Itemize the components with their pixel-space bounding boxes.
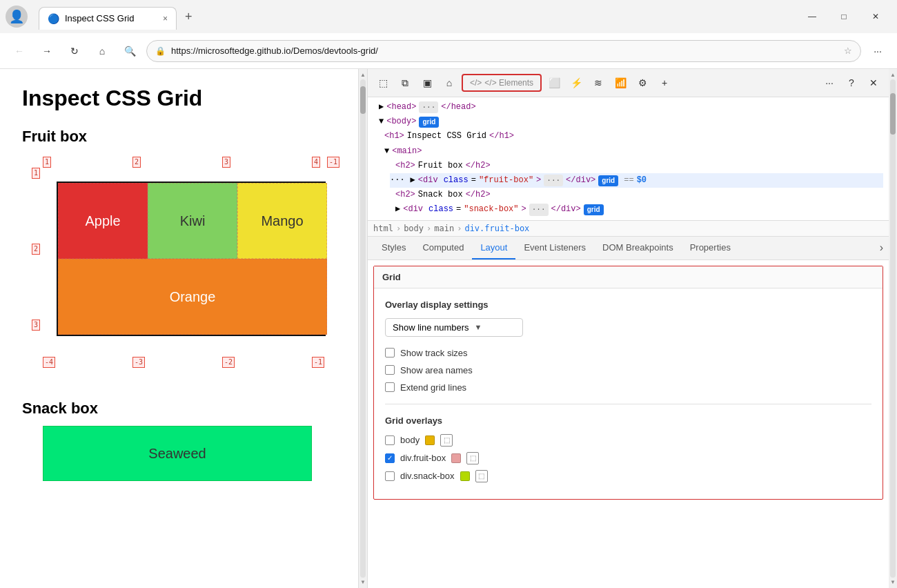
show-area-names-checkbox[interactable] — [385, 365, 395, 375]
snack-box-overlay-checkbox[interactable] — [385, 471, 395, 481]
split-tool[interactable]: ▣ — [417, 73, 437, 92]
network-tool[interactable]: ⚡ — [566, 73, 586, 92]
fruit-box-color-swatch[interactable] — [451, 453, 461, 463]
dom-h1-line[interactable]: <h1> Inspect CSS Grid </h1> — [384, 129, 883, 144]
breadcrumb-main[interactable]: main — [434, 224, 454, 233]
close-button[interactable]: ✕ — [860, 6, 891, 28]
panel-tabs-more[interactable]: › — [880, 242, 883, 254]
devtools-toolbar: ⬚ ⧉ ▣ ⌂ </> </> Elements ⬜ ⚡ ≋ 📶 ⚙ + ··· — [368, 69, 889, 97]
extra-tool[interactable]: ⚙ — [633, 73, 652, 92]
performance-tool[interactable]: ≋ — [589, 73, 608, 92]
fruit-grid-wrapper: 1 2 3 4 1 2 3 -1 -4 -3 -2 -1 Apple — [43, 168, 326, 357]
scroll-down-btn[interactable]: ▼ — [359, 578, 367, 587]
col-num-neg2: -2 — [222, 357, 235, 368]
fruit-box-overlay-label: div.fruit-box — [400, 453, 446, 463]
maximize-button[interactable]: □ — [828, 6, 860, 28]
col-num-2: 2 — [132, 157, 141, 168]
breadcrumb-body[interactable]: body — [404, 224, 424, 233]
breadcrumb-div-fruit[interactable]: div.fruit-box — [464, 224, 529, 233]
show-track-sizes-checkbox[interactable] — [385, 348, 395, 357]
edge-scroll[interactable]: ▲ ▼ — [359, 69, 367, 588]
back-button[interactable]: ← — [8, 40, 30, 62]
console-tool[interactable]: ⬜ — [544, 73, 564, 92]
extend-grid-lines-checkbox[interactable] — [385, 382, 395, 392]
tab-properties[interactable]: Properties — [682, 237, 739, 259]
inspect-tool[interactable]: ⬚ — [373, 73, 393, 92]
webpage-content: Inspect CSS Grid Fruit box 1 2 3 4 1 2 3… — [0, 69, 359, 588]
col-num-neg4: -4 — [43, 357, 55, 368]
main-area: Inspect CSS Grid Fruit box 1 2 3 4 1 2 3… — [0, 69, 897, 588]
device-tool[interactable]: ⧉ — [395, 73, 415, 92]
line-numbers-dropdown[interactable]: Show line numbers ▼ — [385, 318, 523, 337]
tab-title: Inspect CSS Grid — [65, 13, 134, 23]
help-button[interactable]: ? — [842, 73, 861, 92]
home-button[interactable]: ⌂ — [91, 40, 113, 62]
tab-styles[interactable]: Styles — [373, 237, 414, 259]
extend-grid-lines-label: Extend grid lines — [400, 382, 466, 393]
orange-cell: Orange — [58, 259, 327, 335]
fruit-grid: Apple Kiwi Mango Orange — [57, 182, 326, 336]
body-node-icon[interactable]: ⬚ — [440, 434, 453, 447]
dropdown-arrow-icon: ▼ — [475, 323, 482, 331]
url-bar[interactable]: 🔒 https://microsoftedge.github.io/Demos/… — [146, 40, 861, 62]
scroll-track — [360, 79, 366, 578]
row-num-1: 1 — [32, 168, 40, 179]
dom-body-line[interactable]: ▼ <body> grid — [373, 115, 883, 129]
new-tab-button[interactable]: + — [177, 4, 201, 30]
snack-box: Seaweed — [43, 426, 312, 481]
dom-fruit-box-line[interactable]: ··· ▶ <div class = "fruit-box" > ··· </d… — [390, 173, 883, 188]
col-num-4: 4 — [312, 157, 320, 168]
row-num-2: 2 — [32, 244, 40, 255]
dom-h2-fruit-line[interactable]: <h2> Fruit box </h2> — [395, 159, 883, 173]
fruit-box-node-icon[interactable]: ⬚ — [466, 452, 479, 464]
forward-button[interactable]: → — [36, 40, 58, 62]
body-overlay-checkbox[interactable] — [385, 435, 395, 445]
overlay-settings-title: Overlay display settings — [385, 300, 871, 310]
snack-box-color-swatch[interactable] — [460, 471, 470, 481]
more-button[interactable]: ··· — [867, 40, 889, 62]
col-num-neg3: -3 — [132, 357, 145, 368]
favorite-icon[interactable]: ☆ — [844, 46, 852, 56]
profile-icon[interactable]: 👤 — [6, 6, 28, 28]
tab-dom-breakpoints[interactable]: DOM Breakpoints — [594, 237, 682, 259]
extend-grid-lines-row: Extend grid lines — [385, 382, 871, 393]
tab-layout[interactable]: Layout — [472, 237, 515, 259]
home-tool[interactable]: ⌂ — [440, 73, 459, 92]
tab-event-listeners[interactable]: Event Listeners — [515, 237, 594, 259]
dom-head-line[interactable]: ▶ <head> ··· </head> — [373, 100, 883, 115]
elements-button[interactable]: </> </> Elements — [462, 74, 542, 92]
url-text: https://microsoftedge.github.io/Demos/de… — [171, 46, 838, 56]
tab-close-button[interactable]: × — [163, 14, 168, 23]
scroll-up-btn[interactable]: ▲ — [359, 70, 367, 79]
grid-section-header[interactable]: Grid — [374, 266, 883, 288]
add-tool[interactable]: + — [655, 73, 674, 92]
body-color-swatch[interactable] — [425, 435, 435, 445]
dom-main-line[interactable]: ▼ <main> — [384, 144, 883, 159]
col-num-neg1: -1 — [312, 357, 324, 368]
close-devtools-button[interactable]: ✕ — [864, 73, 883, 92]
panel-tabs: Styles Computed Layout Event Listeners D… — [368, 237, 889, 260]
more-tools-button[interactable]: ··· — [820, 73, 839, 92]
dom-h2-snack-line[interactable]: <h2> Snack box </h2> — [395, 188, 883, 202]
snack-box-node-icon[interactable]: ⬚ — [475, 470, 488, 482]
right-scroll-up-btn[interactable]: ▲ — [889, 70, 897, 79]
wifi-tool[interactable]: 📶 — [611, 73, 630, 92]
row-num-3: 3 — [32, 320, 40, 331]
show-area-names-label: Show area names — [400, 365, 473, 375]
minimize-button[interactable]: — — [796, 6, 828, 28]
dropdown-label: Show line numbers — [393, 322, 469, 333]
refresh-button[interactable]: ↻ — [63, 40, 86, 62]
tab-bar: 🔵 Inspect CSS Grid × + — [33, 4, 791, 30]
breadcrumb-html[interactable]: html — [373, 224, 393, 233]
right-scroll-track — [890, 79, 896, 578]
right-scroll-down-btn[interactable]: ▼ — [889, 578, 897, 587]
right-edge-scroll[interactable]: ▲ ▼ — [889, 69, 897, 588]
right-scroll-thumb — [890, 93, 896, 135]
fruit-box-overlay-checkbox[interactable]: ✓ — [385, 453, 395, 463]
dom-snack-box-line[interactable]: ▶ <div class = "snack-box" > ··· </div> … — [395, 202, 883, 217]
layout-panel: Grid Overlay display settings Show line … — [368, 260, 889, 589]
tab-computed[interactable]: Computed — [414, 237, 472, 259]
search-button[interactable]: 🔍 — [119, 40, 141, 62]
active-tab[interactable]: 🔵 Inspect CSS Grid × — [39, 7, 177, 30]
apple-cell: Apple — [58, 183, 148, 259]
